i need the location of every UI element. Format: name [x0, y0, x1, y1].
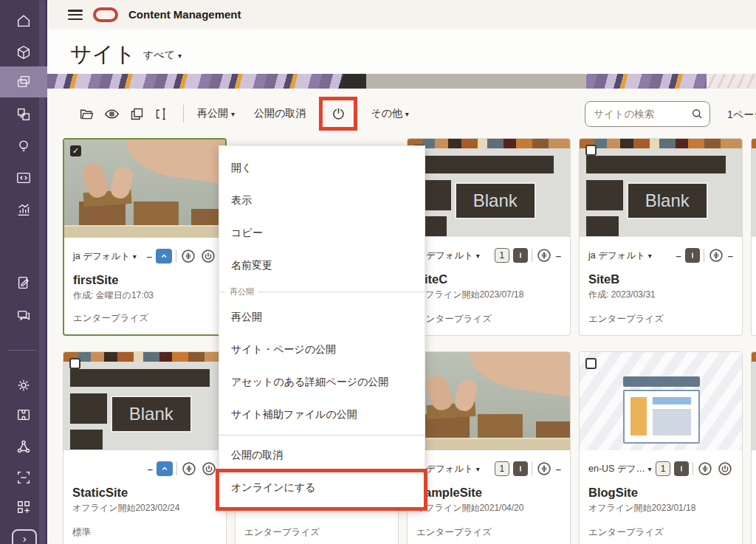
site-type: エンタープライズ: [588, 313, 664, 326]
site-checkbox[interactable]: [585, 358, 597, 369]
language-dropdown[interactable]: ja デフォルト ▾: [588, 249, 652, 262]
site-checkbox-checked[interactable]: ✓: [70, 145, 81, 156]
unpublish-button[interactable]: 公開の取消: [250, 103, 310, 125]
highlight-frame-toolbar: [319, 97, 357, 131]
site-type: エンタープライズ: [416, 313, 492, 326]
sites-icon[interactable]: [15, 73, 32, 91]
updates-count-badge: 1: [495, 248, 509, 263]
site-card-SiteC[interactable]: Blank ja デフォルト ▾ 1 – SiteC オフラ: [407, 138, 571, 336]
badge-divider: [704, 249, 704, 262]
components-icon[interactable]: [15, 106, 32, 123]
menu-item-publish-site-auxiliary-files[interactable]: サイト補助ファイルの公開: [219, 399, 425, 431]
more-actions-dropdown-button[interactable]: その他 ▾: [366, 103, 413, 125]
language-dropdown[interactable]: en-US デフ… ▾: [588, 463, 652, 475]
site-card-SampleSite[interactable]: ja デフォルト ▾ 1 – SampleSite オフライン開始2021/04…: [407, 351, 571, 544]
site-type: エンタープライズ: [416, 526, 492, 539]
open-folder-icon[interactable]: [74, 101, 99, 126]
developer-code-icon[interactable]: [15, 169, 32, 187]
site-filter-dropdown[interactable]: すべて ▾: [143, 49, 182, 62]
blank-template-label: Blank: [111, 396, 192, 433]
page-title-band: サイト すべて ▾: [47, 30, 756, 74]
update-available-badge: [156, 249, 172, 264]
online-status-icon: [717, 461, 733, 477]
unpublished-changes-badge: [685, 248, 700, 263]
content-management-window: Content Management サイト すべて ▾ 再公開 ▾ 公開の取: [0, 0, 756, 544]
menu-item-copy[interactable]: コピー: [219, 217, 425, 249]
documents-icon[interactable]: [15, 274, 32, 292]
site-name: StaticSite: [72, 486, 217, 500]
online-status-icon: [201, 461, 217, 477]
menu-item-view[interactable]: 表示: [219, 185, 425, 217]
site-thumbnail: ✓: [64, 140, 225, 238]
menu-item-unpublish[interactable]: 公開の取消: [219, 439, 425, 472]
site-thumbnail: [752, 139, 756, 237]
language-dropdown[interactable]: ja デフォルト ▾: [416, 249, 480, 262]
site-card-BlogSite[interactable]: en-US デフ… ▾ 1 BlogSite オフライン開始2023/01: [579, 351, 743, 544]
site-type: エンタープライズ: [588, 526, 664, 539]
take-offline-power-icon[interactable]: [326, 101, 351, 126]
status-dash: –: [676, 251, 681, 261]
site-type: エンタープライズ: [73, 312, 148, 325]
badge-divider: [176, 462, 177, 475]
badge-divider: [532, 462, 532, 475]
hamburger-menu-icon[interactable]: [68, 10, 83, 20]
integrations-puzzle-icon[interactable]: [15, 406, 32, 424]
sites-toolbar: 再公開 ▾ 公開の取消 その他 ▾: [74, 97, 413, 130]
caret-down-icon: ▾: [647, 465, 651, 473]
publish-status-icon: [708, 247, 724, 264]
updates-count-badge: 1: [495, 461, 509, 476]
site-date: オフライン開始2023/07/18: [416, 289, 561, 301]
site-date: オフライン開始2023/01/18: [588, 502, 733, 514]
menu-item-open[interactable]: 開く: [219, 152, 425, 185]
sidebar-expand-button[interactable]: [12, 529, 37, 544]
site-card-StaticSite[interactable]: Blank – St: [63, 351, 227, 544]
rename-icon[interactable]: [149, 101, 174, 126]
capture-frame-icon[interactable]: [15, 469, 32, 486]
site-checkbox[interactable]: [585, 145, 597, 156]
site-checkbox[interactable]: [69, 358, 80, 369]
menu-item-publish-detail-pages-with-assets[interactable]: アセットのある詳細ページの公開: [219, 366, 425, 399]
caret-down-icon: ▾: [231, 110, 235, 118]
sidebar-divider: [7, 350, 37, 351]
menu-item-republish[interactable]: 再公開: [219, 301, 425, 334]
settings-gear-icon[interactable]: [15, 376, 32, 394]
page-title: サイト: [70, 40, 136, 69]
site-thumbnail: [580, 352, 742, 450]
home-icon[interactable]: [15, 12, 32, 30]
toolbar-divider: [183, 105, 184, 123]
recommendations-bulb-icon[interactable]: [15, 137, 32, 155]
badge-divider: [176, 249, 176, 263]
caret-down-icon: ▾: [648, 252, 652, 260]
online-status-icon: [200, 248, 216, 264]
copy-icon[interactable]: [124, 101, 149, 126]
site-card-SiteB[interactable]: Blank ja デフォルト ▾ – – SiteB 作成:: [579, 138, 743, 336]
site-thumbnail: [408, 352, 570, 450]
workflows-nodes-icon[interactable]: [15, 438, 32, 455]
assets-cube-icon[interactable]: [15, 44, 32, 61]
language-dropdown[interactable]: ja デフォルト ▾: [73, 250, 137, 263]
app-header: Content Management: [47, 0, 756, 30]
site-card-firstSite[interactable]: ✓ ja デフォルト ▾ – fir: [63, 138, 227, 336]
status-dash: –: [556, 464, 561, 474]
preview-eye-icon[interactable]: [99, 101, 124, 126]
caret-down-icon: ▾: [405, 110, 409, 118]
menu-item-take-online[interactable]: オンラインにする: [219, 472, 425, 504]
unpublish-label: 公開の取消: [254, 107, 306, 119]
site-thumbnail: Blank: [63, 352, 226, 450]
republish-dropdown-button[interactable]: 再公開 ▾: [193, 103, 239, 125]
apps-grid-plus-icon[interactable]: [15, 498, 32, 516]
site-card-partial[interactable]: [751, 351, 756, 544]
analytics-chart-icon[interactable]: [15, 201, 32, 218]
filter-label: すべて: [143, 49, 175, 61]
menu-item-rename[interactable]: 名前変更: [219, 249, 425, 282]
status-dash: –: [728, 251, 733, 261]
site-date: オフライン開始2023/02/24: [72, 502, 217, 514]
menu-item-publish-site-pages[interactable]: サイト・ページの公開: [219, 334, 425, 366]
menu-divider: [219, 435, 425, 435]
unpublished-changes-badge: [513, 461, 528, 476]
publish-status-icon: [697, 461, 713, 477]
search-icon[interactable]: [690, 107, 704, 120]
language-dropdown[interactable]: ja デフォルト ▾: [416, 463, 480, 475]
conversations-icon[interactable]: [15, 307, 32, 325]
site-card-partial[interactable]: [751, 138, 756, 336]
